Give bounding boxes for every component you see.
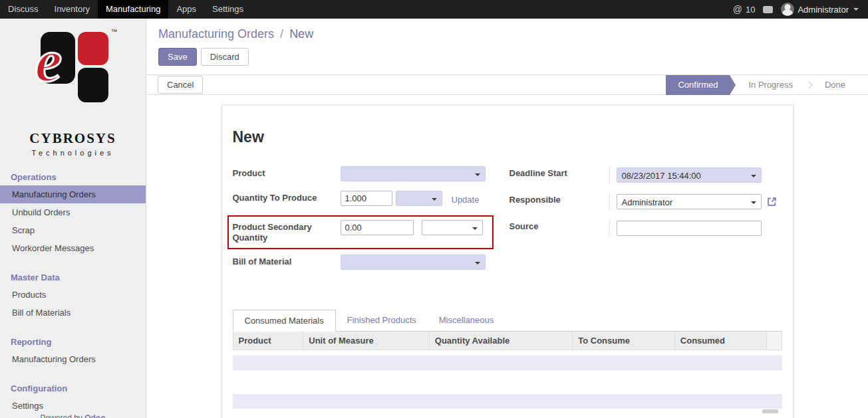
sidebar-item-products[interactable]: Products: [0, 286, 146, 304]
brand-name: CYBROSYS: [0, 130, 146, 147]
field-row-bill-of-material: Bill of Material: [233, 255, 509, 270]
col-filler: [767, 332, 782, 350]
discard-button[interactable]: Discard: [201, 48, 249, 66]
topbar-right: @ 10 Administrator: [733, 0, 868, 19]
statusbar: Confirmed In Progress Done: [666, 75, 868, 95]
topbar: Discuss Inventory Manufacturing Apps Set…: [0, 0, 868, 19]
update-link[interactable]: Update: [452, 193, 480, 205]
col-quantity-available[interactable]: Quantity Available: [430, 332, 573, 350]
external-link-icon[interactable]: [767, 197, 777, 207]
activity-menu[interactable]: @ 10: [733, 4, 756, 15]
section-title: Reporting: [0, 334, 146, 350]
bill-of-material-label: Bill of Material: [233, 255, 341, 267]
status-confirmed[interactable]: Confirmed: [666, 75, 730, 95]
sidebar-item-workorder-messages[interactable]: Workorder Messages: [0, 239, 146, 257]
breadcrumb-parent[interactable]: Manufacturing Orders: [158, 27, 274, 41]
main-content: Manufacturing Orders / New Save Discard …: [146, 19, 868, 418]
menu-discuss[interactable]: Discuss: [0, 0, 47, 19]
col-unit-of-measure[interactable]: Unit of Measure: [303, 332, 430, 350]
menu-manufacturing[interactable]: Manufacturing: [98, 0, 168, 19]
breadcrumb-current: New: [289, 27, 313, 41]
record-title: New: [233, 128, 782, 146]
chevron-down-icon: [751, 201, 756, 204]
user-name: Administrator: [797, 5, 849, 15]
form-grid: Product Quantity To Produce: [233, 166, 782, 279]
section-title: Configuration: [0, 380, 146, 397]
product-secondary-quantity-input[interactable]: [341, 220, 414, 235]
product-select[interactable]: [341, 166, 486, 181]
form-sheet: New Product: [221, 105, 794, 418]
chevron-down-icon: [751, 175, 756, 177]
table-header: Product Unit of Measure Quantity Availab…: [233, 332, 782, 350]
breadcrumb-separator: /: [277, 27, 286, 41]
breadcrumb: Manufacturing Orders / New: [146, 19, 868, 41]
logo-shape-black2: [78, 68, 108, 102]
menu-apps[interactable]: Apps: [168, 0, 204, 19]
field-row-deadline-start: Deadline Start 08/23/2017 15:44:00: [509, 166, 782, 183]
tab-consumed-materials[interactable]: Consumed Materials: [233, 310, 336, 332]
chevron-down-icon: [475, 262, 480, 264]
save-button[interactable]: Save: [158, 48, 197, 66]
field-row-product-secondary-quantity: Product Secondary Quantity: [227, 215, 494, 249]
action-buttons: Save Discard: [146, 41, 868, 66]
brand-tagline: Technologies: [0, 149, 146, 157]
chevron-down-icon: [853, 8, 859, 11]
notebook-tabs: Consumed Materials Finished Products Mis…: [233, 310, 782, 332]
company-logo: e ™: [23, 29, 123, 128]
field-row-source: Source: [509, 219, 782, 237]
form-right-column: Deadline Start 08/23/2017 15:44:00 Respo…: [509, 166, 782, 279]
avatar: [781, 3, 794, 16]
quantity-uom-select[interactable]: [396, 191, 442, 206]
sidebar-item-scrap[interactable]: Scrap: [0, 221, 146, 239]
chevron-down-icon: [432, 198, 437, 201]
sidebar-item-unbuild-orders[interactable]: Unbuild Orders: [0, 203, 146, 221]
messages-icon[interactable]: [763, 6, 773, 13]
empty-list-row[interactable]: [233, 356, 782, 370]
user-menu[interactable]: Administrator: [781, 3, 859, 16]
col-to-consume[interactable]: To Consume: [573, 332, 675, 350]
sidebar-item-reporting-manufacturing-orders[interactable]: Manufacturing Orders: [0, 350, 146, 368]
responsible-select[interactable]: Administrator: [617, 194, 762, 209]
secondary-uom-select[interactable]: [422, 220, 483, 235]
activity-icon: @: [733, 4, 742, 15]
col-product[interactable]: Product: [233, 332, 304, 350]
quantity-input[interactable]: [341, 191, 392, 206]
sidebar-item-manufacturing-orders[interactable]: Manufacturing Orders: [0, 185, 146, 203]
powered-by: Powered by Odoo: [0, 413, 146, 418]
form-header-bar: Cancel Confirmed In Progress Done: [146, 74, 868, 95]
menu-inventory[interactable]: Inventory: [47, 0, 98, 19]
status-done[interactable]: Done: [813, 75, 857, 95]
horizontal-scrollbar[interactable]: [762, 409, 778, 413]
tab-finished-products[interactable]: Finished Products: [336, 310, 428, 331]
col-consumed[interactable]: Consumed: [675, 332, 767, 350]
source-input[interactable]: [617, 221, 762, 236]
cancel-button[interactable]: Cancel: [158, 76, 203, 94]
responsible-value: Administrator: [622, 197, 673, 207]
sidebar-item-bill-of-materials[interactable]: Bill of Materials: [0, 304, 146, 322]
field-row-product: Product: [233, 166, 509, 181]
deadline-start-select[interactable]: 08/23/2017 15:44:00: [617, 167, 762, 183]
form-left-column: Product Quantity To Produce: [233, 166, 509, 279]
odoo-link[interactable]: Odoo: [84, 413, 105, 418]
chevron-down-icon: [472, 227, 478, 230]
sidebar-section-reporting: Reporting Manufacturing Orders: [0, 334, 146, 368]
responsible-label: Responsible: [509, 193, 609, 205]
logo-trademark: ™: [111, 28, 118, 35]
status-in-progress[interactable]: In Progress: [736, 75, 804, 95]
tab-miscellaneous[interactable]: Miscellaneous: [428, 310, 505, 331]
section-title: Master Data: [0, 269, 146, 286]
deadline-start-label: Deadline Start: [509, 166, 609, 179]
source-label: Source: [509, 219, 609, 232]
logo-shape-red: [78, 32, 108, 65]
activity-count: 10: [746, 5, 755, 15]
sidebar-section-operations: Operations Manufacturing Orders Unbuild …: [0, 169, 146, 257]
statusbar-arrow-icon: [805, 81, 812, 88]
empty-list-row[interactable]: [233, 394, 782, 409]
deadline-start-value: 08/23/2017 15:44:00: [622, 171, 701, 181]
field-row-quantity: Quantity To Produce Update: [233, 191, 509, 206]
menu-settings[interactable]: Settings: [204, 0, 251, 19]
field-row-responsible: Responsible Administrator: [509, 193, 782, 210]
bill-of-material-select[interactable]: [341, 255, 486, 270]
sidebar: e ™ CYBROSYS Technologies Operations Man…: [0, 19, 146, 418]
sidebar-item-settings[interactable]: Settings: [0, 397, 146, 415]
